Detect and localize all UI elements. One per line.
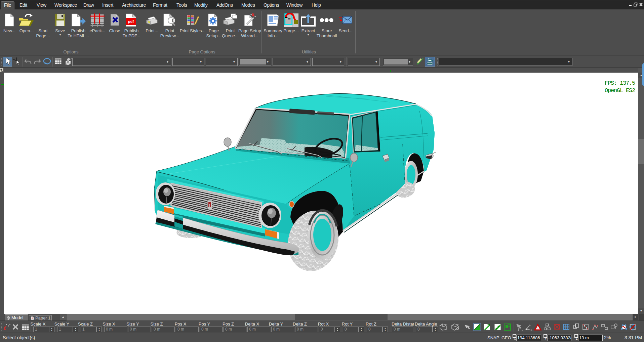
svg-text:pdf: pdf [128,19,134,24]
